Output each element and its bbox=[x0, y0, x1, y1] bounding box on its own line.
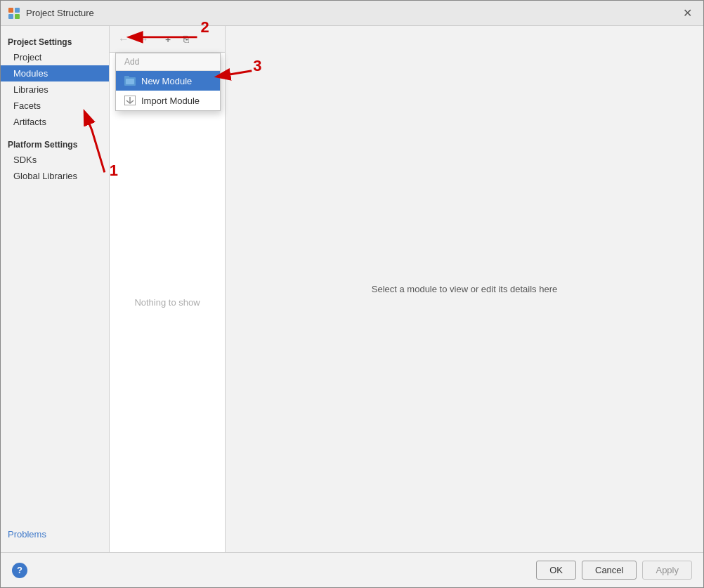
sidebar-item-facets[interactable]: Facets bbox=[1, 98, 109, 114]
app-icon bbox=[8, 7, 20, 20]
project-settings-label: Project Settings bbox=[1, 33, 109, 49]
sidebar-item-sdks[interactable]: SDKs bbox=[1, 152, 109, 168]
title-bar-left: Project Structure bbox=[8, 7, 94, 20]
svg-rect-1 bbox=[15, 8, 20, 13]
import-module-item[interactable]: Import Module bbox=[116, 91, 220, 110]
detail-panel: Select a module to view or edit its deta… bbox=[226, 26, 703, 552]
nav-arrows: ← → bbox=[115, 32, 152, 46]
window-title: Project Structure bbox=[26, 8, 94, 18]
help-button[interactable]: ? bbox=[12, 563, 27, 578]
svg-rect-0 bbox=[8, 8, 13, 13]
svg-rect-2 bbox=[8, 14, 13, 19]
bottom-left: ? bbox=[12, 563, 27, 578]
nothing-to-show: Nothing to show bbox=[110, 53, 225, 552]
svg-rect-5 bbox=[124, 76, 129, 79]
project-structure-window: Project Structure ✕ Project Settings Pro… bbox=[0, 0, 704, 588]
title-bar: Project Structure ✕ bbox=[1, 1, 703, 26]
forward-button[interactable]: → bbox=[135, 32, 152, 46]
bottom-bar: ? OK Cancel Apply bbox=[1, 552, 703, 587]
svg-rect-3 bbox=[15, 14, 20, 19]
cancel-button[interactable]: Cancel bbox=[582, 561, 637, 580]
import-icon bbox=[124, 95, 136, 106]
bottom-right: OK Cancel Apply bbox=[536, 561, 692, 580]
new-module-label: New Module bbox=[141, 76, 192, 86]
apply-button[interactable]: Apply bbox=[642, 561, 692, 580]
copy-button[interactable]: ⎘ bbox=[178, 32, 194, 47]
sidebar-item-artifacts[interactable]: Artifacts bbox=[1, 114, 109, 130]
sidebar-item-modules[interactable]: Modules bbox=[1, 65, 109, 81]
sidebar-item-project[interactable]: Project bbox=[1, 49, 109, 65]
main-panel: ← → + ⎘ Add bbox=[110, 26, 703, 552]
module-icon bbox=[124, 75, 136, 86]
sidebar-item-libraries[interactable]: Libraries bbox=[1, 81, 109, 98]
new-module-item[interactable]: New Module bbox=[116, 71, 220, 91]
dropdown-header: Add bbox=[116, 53, 220, 71]
svg-rect-6 bbox=[126, 79, 134, 84]
ok-button[interactable]: OK bbox=[536, 561, 576, 580]
sidebar-item-global-libraries[interactable]: Global Libraries bbox=[1, 168, 109, 184]
detail-placeholder: Select a module to view or edit its deta… bbox=[372, 284, 557, 294]
module-list-panel: ← → + ⎘ Add bbox=[110, 26, 226, 552]
platform-settings-label: Platform Settings bbox=[1, 136, 109, 152]
back-button[interactable]: ← bbox=[115, 32, 132, 46]
add-button[interactable]: + bbox=[160, 32, 176, 47]
sidebar: Project Settings Project Modules Librari… bbox=[1, 26, 110, 552]
content-area: Project Settings Project Modules Librari… bbox=[1, 26, 703, 552]
problems-link[interactable]: Problems bbox=[8, 529, 46, 540]
import-module-label: Import Module bbox=[141, 96, 200, 106]
close-button[interactable]: ✕ bbox=[679, 5, 696, 21]
add-dropdown-menu: Add New Module bbox=[115, 53, 221, 111]
module-list-toolbar: ← → + ⎘ bbox=[110, 26, 225, 53]
sidebar-bottom: Problems bbox=[1, 523, 109, 545]
